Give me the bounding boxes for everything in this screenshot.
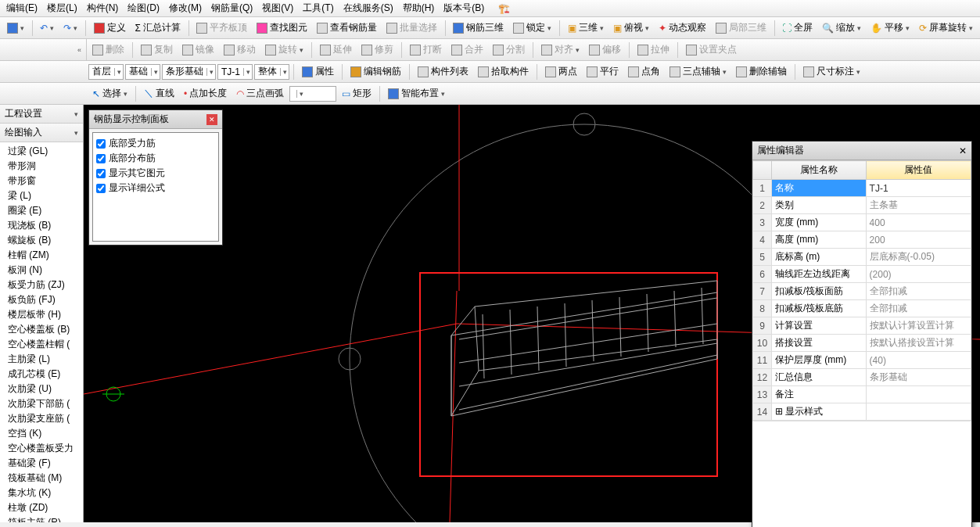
property-row[interactable]: 7扣减板/筏板面筋全部扣减 <box>753 283 971 300</box>
checkbox-item[interactable]: 显示其它图元 <box>96 166 215 181</box>
property-row[interactable]: 1名称TJ-1 <box>753 180 971 197</box>
menu-edit[interactable]: 编辑(E) <box>3 0 41 16</box>
break-button[interactable]: 打断 <box>406 41 446 59</box>
property-row[interactable]: 8扣减板/筏板底筋全部扣减 <box>753 300 971 317</box>
tree-item[interactable]: 次肋梁下部筋 ( <box>0 396 83 411</box>
property-row[interactable]: 11保护层厚度 (mm)(40) <box>753 352 971 369</box>
menu-view[interactable]: 视图(V) <box>259 0 296 16</box>
menu-version[interactable]: 版本号(B) <box>440 0 487 16</box>
menu-tool[interactable]: 工具(T) <box>300 0 336 16</box>
rotate-button[interactable]: 旋转▾ <box>261 41 307 59</box>
batch-select-button[interactable]: 批量选择 <box>382 19 441 37</box>
redo-button[interactable]: ↷▾ <box>59 20 81 36</box>
point-length-button[interactable]: •点加长度 <box>180 84 231 102</box>
panel-collapse-icon[interactable]: « <box>77 46 81 54</box>
tree-item[interactable]: 筏板主筋 (R) <box>0 515 83 522</box>
tree-item[interactable]: 螺旋板 (B) <box>0 233 83 248</box>
tree-item[interactable]: 空心楼盖板受力 <box>0 441 83 456</box>
components-button[interactable]: 构件列表 <box>414 63 472 81</box>
section-project-settings[interactable]: 工程设置▾ <box>0 105 83 124</box>
move-button[interactable]: 移动 <box>220 41 260 59</box>
screen-rotate-button[interactable]: ⟳屏幕旋转▾ <box>915 19 977 37</box>
delete-button[interactable]: 删除 <box>88 41 128 59</box>
menu-floor[interactable]: 楼层(L) <box>44 0 81 16</box>
arc-option-select[interactable]: ▾ <box>289 86 336 102</box>
tree-item[interactable]: 柱墩 (ZD) <box>0 500 83 515</box>
tree-item[interactable]: 空心楼盖柱帽 ( <box>0 337 83 352</box>
align-button[interactable]: 对齐▾ <box>537 41 583 59</box>
checkbox[interactable] <box>96 184 106 193</box>
property-row[interactable]: 6轴线距左边线距离(200) <box>753 266 971 283</box>
align-top-button[interactable]: 平齐板顶 <box>192 19 251 37</box>
tree-item[interactable]: 过梁 (GL) <box>0 144 83 159</box>
tree-item[interactable]: 板洞 (N) <box>0 263 83 278</box>
fix-button[interactable]: 修剪 <box>357 41 397 59</box>
dynamic-view-button[interactable]: ✦动态观察 <box>655 19 710 37</box>
fullscreen-button[interactable]: ⛶全屏 <box>778 19 817 37</box>
type-select[interactable]: 条形基础▾ <box>162 64 216 80</box>
tree-item[interactable]: 柱帽 (ZM) <box>0 248 83 263</box>
edit-steel-button[interactable]: 编辑钢筋 <box>346 63 405 81</box>
floor-select[interactable]: 首层▾ <box>88 64 124 80</box>
menu-online[interactable]: 在线服务(S) <box>340 0 397 16</box>
del-aux-button[interactable]: 删除辅轴 <box>732 63 791 81</box>
three-arc-button[interactable]: ◠三点画弧 <box>232 84 288 102</box>
tree-item[interactable]: 带形窗 <box>0 174 83 188</box>
partial-3d-button[interactable]: 局部三维 <box>712 19 770 37</box>
tree-item[interactable]: 带形洞 <box>0 159 83 174</box>
define-button[interactable]: 定义 <box>90 19 130 37</box>
tree-item[interactable]: 空挡 (K) <box>0 426 83 441</box>
save-button[interactable]: ▾ <box>3 20 28 36</box>
line-tool-button[interactable]: ＼直线 <box>140 84 178 102</box>
property-row[interactable]: 5底标高 (m)层底标高(-0.05) <box>753 249 971 266</box>
mirror-button[interactable]: 镜像 <box>178 41 218 59</box>
three-aux-button[interactable]: 三点辅轴▾ <box>666 63 731 81</box>
menu-modify[interactable]: 修改(M) <box>166 0 205 16</box>
property-row[interactable]: 14⊞ 显示样式 <box>753 403 971 421</box>
undo-button[interactable]: ↶▾ <box>36 20 58 36</box>
property-row[interactable]: 12汇总信息条形基础 <box>753 369 971 386</box>
tree-item[interactable]: 板负筋 (FJ) <box>0 292 83 307</box>
dim-mark-button[interactable]: 尺寸标注▾ <box>799 63 864 81</box>
point-angle-button[interactable]: 点角 <box>624 63 664 81</box>
component-tree[interactable]: 过梁 (GL)带形洞带形窗梁 (L)圈梁 (E)现浇板 (B)螺旋板 (B)柱帽… <box>0 142 83 522</box>
copy-button[interactable]: 复制 <box>137 41 177 59</box>
component-select[interactable]: TJ-1▾ <box>217 64 253 80</box>
property-table[interactable]: 属性名称 属性值 1名称TJ-12类别主条基3宽度 (mm)4004高度 (mm… <box>752 160 971 421</box>
view-steel-button[interactable]: 查看钢筋量 <box>313 19 381 37</box>
property-row[interactable]: 2类别主条基 <box>753 197 971 214</box>
tree-item[interactable]: 板受力筋 (ZJ) <box>0 278 83 292</box>
steel-3d-button[interactable]: 钢筋三维 <box>449 19 508 37</box>
tree-item[interactable]: 主肋梁 (L) <box>0 352 83 367</box>
tree-item[interactable]: 次肋梁支座筋 ( <box>0 411 83 426</box>
tree-item[interactable]: 筏板基础 (M) <box>0 471 83 486</box>
tree-item[interactable]: 梁 (L) <box>0 188 83 203</box>
tree-item[interactable]: 现浇板 (B) <box>0 218 83 233</box>
checkbox[interactable] <box>96 154 106 163</box>
property-row[interactable]: 4高度 (mm)200 <box>753 231 971 249</box>
tree-item[interactable]: 空心楼盖板 (B) <box>0 322 83 337</box>
lock-button[interactable]: 锁定▾ <box>509 19 555 37</box>
tree-item[interactable]: 次肋梁 (U) <box>0 382 83 396</box>
zoom-button[interactable]: 🔍缩放▾ <box>818 19 865 37</box>
checkbox-item[interactable]: 底部分布筋 <box>96 151 215 166</box>
pan-button[interactable]: ✋平移▾ <box>867 19 914 37</box>
tree-item[interactable]: 集水坑 (K) <box>0 486 83 500</box>
whole-select[interactable]: 整体▾ <box>254 64 289 80</box>
menu-draw[interactable]: 绘图(D) <box>124 0 163 16</box>
tree-item[interactable]: 成孔芯模 (E) <box>0 367 83 382</box>
rect-tool-button[interactable]: ▭矩形 <box>338 84 375 102</box>
sum-button[interactable]: Σ 汇总计算 <box>131 19 185 37</box>
property-button[interactable]: 属性 <box>298 63 338 81</box>
select-tool-button[interactable]: ↖选择▾ <box>88 84 131 102</box>
offset-button[interactable]: 偏移 <box>585 41 625 59</box>
checkbox[interactable] <box>96 139 106 149</box>
category-select[interactable]: 基础▾ <box>125 64 160 80</box>
set-grip-button[interactable]: 设置夹点 <box>682 41 741 59</box>
stretch-button[interactable]: 拉伸 <box>634 41 673 59</box>
close-icon[interactable]: ✕ <box>206 114 217 125</box>
checkbox-item[interactable]: 底部受力筋 <box>96 136 215 151</box>
property-row[interactable]: 13备注 <box>753 386 971 403</box>
tree-item[interactable]: 圈梁 (E) <box>0 203 83 218</box>
find-button[interactable]: 查找图元 <box>253 19 311 37</box>
